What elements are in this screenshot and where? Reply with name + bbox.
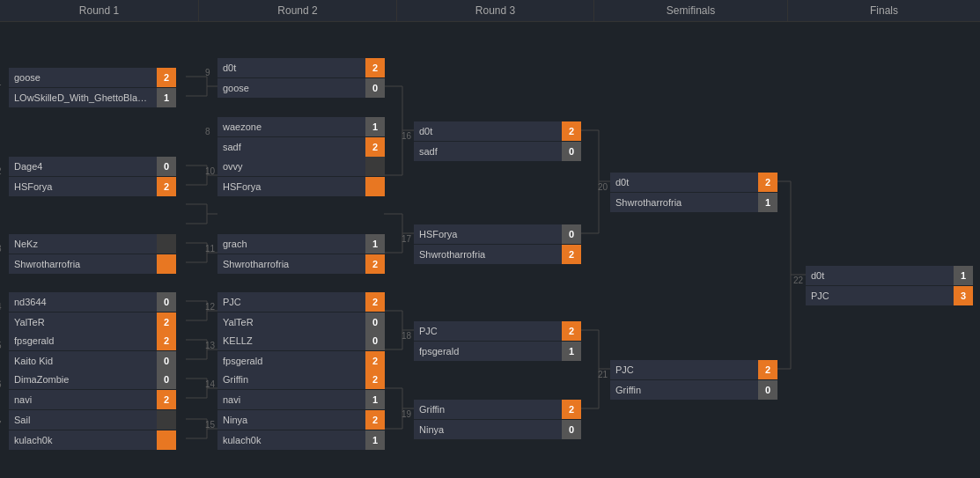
r2-match15: 15 Ninya 2 kulach0k 1 — [217, 409, 385, 451]
r2-m10-p2-name: HSForya — [217, 181, 365, 192]
r1-m6-p2-score: 2 — [157, 390, 176, 409]
r2-m10-p1: ovvy — [217, 157, 385, 176]
r2-m14-p1-score: 2 — [365, 370, 385, 389]
r2-m11-p1-score: 1 — [365, 234, 385, 254]
r1-m3-p1: NeKz — [9, 234, 176, 254]
match-num-1: 1 — [0, 77, 2, 87]
r1-m7-p2-score — [157, 430, 176, 450]
semi-m21-p2: Griffin 0 — [610, 380, 777, 400]
r2-m9-p2-score: 0 — [365, 78, 385, 98]
match-num-7: 7 — [0, 420, 2, 430]
r1-m3-p2-score — [157, 254, 176, 274]
r2-m13-p1-score: 0 — [365, 331, 385, 350]
r1-m2-p1: Dage4 0 — [9, 157, 176, 176]
r2-m8-p2: sadf 2 — [217, 137, 385, 157]
r2-m11-p1: grach 1 — [217, 234, 385, 254]
r1-m6-p1-score: 0 — [157, 370, 176, 389]
r1-m6-p1: DimaZombie 0 — [9, 370, 176, 389]
final-m22-p1-score: 1 — [954, 266, 973, 285]
match-num-13: 13 — [205, 341, 215, 350]
r1-m1-p1: goose 2 — [9, 68, 176, 87]
semi-m20-p2-name: Shwrotharrofria — [610, 197, 758, 208]
r3-m17-p2: Shwrotharrofria 2 — [414, 245, 581, 264]
r2-m15-p1: Ninya 2 — [217, 410, 385, 430]
r1-m1-p1-score: 2 — [157, 68, 176, 87]
r1-m5-p1: fpsgerald 2 — [9, 331, 176, 350]
match-num-17: 17 — [402, 234, 411, 244]
r3-m17-p1: HSForya 0 — [414, 224, 581, 244]
r1-m4-p1-score: 0 — [157, 292, 176, 312]
r1-m7-p2-name: kulach0k — [9, 435, 157, 445]
r2-m14-p1-name: Griffin — [217, 374, 365, 385]
final-m22-p2: PJC 3 — [806, 286, 973, 305]
match-num-11: 11 — [205, 244, 215, 254]
r1-m6-p2-name: navi — [9, 394, 157, 405]
r2-m11-p2-score: 2 — [365, 254, 385, 274]
r1-m6-p1-name: DimaZombie — [9, 374, 157, 385]
r2-m9-p1-name: d0t — [217, 63, 365, 73]
semi-match20: 20 d0t 2 Shwrotharrofria 1 — [610, 172, 777, 213]
r1-match6: 6 DimaZombie 0 navi 2 — [9, 369, 176, 410]
bracket-container: Round 1 Round 2 Round 3 Semifinals Final… — [0, 0, 980, 478]
r2-m12-p1: PJC 2 — [217, 292, 385, 312]
final-m22-p1: d0t 1 — [806, 266, 973, 285]
match-num-16: 16 — [402, 131, 411, 141]
r2-m12-p1-name: PJC — [217, 297, 365, 307]
r3-match16: 16 d0t 2 sadf 0 — [414, 121, 581, 162]
r1-m4-p2: YalTeR 2 — [9, 313, 176, 332]
match-num-3: 3 — [0, 244, 2, 254]
r2-m8-p1-score: 1 — [365, 117, 385, 136]
r1-match5: 5 fpsgerald 2 Kaito Kid 0 — [9, 330, 176, 371]
match-num-10: 10 — [205, 166, 215, 176]
semi-m21-p2-score: 0 — [758, 380, 777, 400]
r1-match7: 7 Sail kulach0k — [9, 409, 176, 451]
semi-match21: 21 PJC 2 Griffin 0 — [610, 359, 777, 401]
semi-m20-p1-name: d0t — [610, 177, 758, 188]
r3-m16-p1: d0t 2 — [414, 121, 581, 141]
semis-header: Semifinals — [594, 0, 788, 21]
r2-m12-p2-score: 0 — [365, 313, 385, 332]
r3-m18-p2: fpsgerald 1 — [414, 342, 581, 361]
r2-m10-p1-score — [365, 157, 385, 176]
semi-m20-p1: d0t 2 — [610, 173, 777, 192]
r1-m5-p2-score: 0 — [157, 351, 176, 371]
r2-m15-p2-name: kulach0k — [217, 435, 365, 445]
semi-m20-p1-score: 2 — [758, 173, 777, 192]
r1-m5-p2-name: Kaito Kid — [9, 356, 157, 366]
semi-m20-p2: Shwrotharrofria 1 — [610, 193, 777, 212]
r3-m16-p1-name: d0t — [414, 126, 562, 136]
match-num-18: 18 — [402, 331, 411, 341]
r1-m7-p2: kulach0k — [9, 430, 176, 450]
match-num-9: 9 — [205, 68, 210, 77]
match-num-22: 22 — [793, 276, 803, 285]
match-num-4: 4 — [0, 302, 2, 312]
r2-m14-p2-score: 1 — [365, 390, 385, 409]
r2-m15-p2-score: 1 — [365, 430, 385, 450]
match-num-14: 14 — [205, 379, 215, 389]
round1-header: Round 1 — [0, 0, 199, 21]
semi-m21-p2-name: Griffin — [610, 385, 758, 395]
r1-m2-p1-name: Dage4 — [9, 161, 157, 172]
r1-m2-p1-score: 0 — [157, 157, 176, 176]
r2-m10-p2: HSForya — [217, 177, 385, 196]
r2-m11-p2: Shwrotharrofria 2 — [217, 254, 385, 274]
match-num-2: 2 — [0, 166, 2, 176]
r1-match1: 1 goose 2 LOwSkilleD_With_GhettoBlast...… — [9, 67, 176, 108]
r2-m10-p1-name: ovvy — [217, 161, 365, 172]
r1-m1-p2-name: LOwSkilleD_With_GhettoBlast... — [9, 92, 157, 103]
r2-match8: 8 waezone 1 sadf 2 — [217, 116, 385, 158]
r2-match9: 9 d0t 2 goose 0 — [217, 57, 385, 99]
r3-m19-p1-score: 2 — [562, 400, 581, 419]
r2-m12-p1-score: 2 — [365, 292, 385, 312]
r2-match11: 11 grach 1 Shwrotharrofria 2 — [217, 233, 385, 275]
r3-m19-p1: Griffin 2 — [414, 400, 581, 419]
r2-m13-p2: fpsgerald 2 — [217, 351, 385, 371]
r2-m10-p2-score — [365, 177, 385, 196]
r2-m9-p1-score: 2 — [365, 58, 385, 77]
r3-m16-p2: sadf 0 — [414, 142, 581, 161]
r1-m2-p2-score: 2 — [157, 177, 176, 196]
semi-m21-p1-score: 2 — [758, 360, 777, 379]
r2-m13-p1: KELLZ 0 — [217, 331, 385, 350]
r2-m13-p1-name: KELLZ — [217, 335, 365, 346]
r3-m19-p2-name: Ninya — [414, 424, 562, 435]
